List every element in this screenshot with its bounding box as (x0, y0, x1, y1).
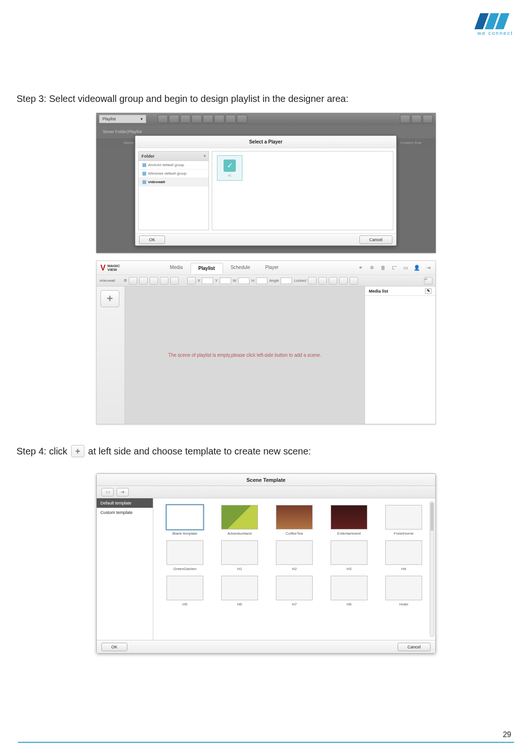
magicview-logo: V MAGICVIEW (100, 264, 120, 272)
player-area: ✓ v1 (212, 151, 393, 230)
toolbar-btn[interactable] (225, 115, 236, 123)
screenshot-designer: V MAGICVIEW Media Playlist Schedule Play… (96, 260, 436, 424)
ok-button[interactable]: OK (139, 235, 165, 244)
toolbar-btn[interactable] (411, 115, 422, 123)
tool-btn[interactable] (170, 277, 179, 285)
canvas-empty: The scene of playlist is empty,please cl… (125, 286, 365, 424)
template-item[interactable]: H1 (213, 538, 266, 573)
template-grid: Blank template Adventureland CoffeeTea E… (153, 498, 435, 640)
scrollbar[interactable] (430, 501, 434, 637)
cancel-button[interactable]: Cancel (398, 643, 431, 651)
ok-button[interactable]: OK (101, 643, 127, 651)
toolbar-btn[interactable] (180, 115, 191, 123)
template-item[interactable]: H8 (322, 574, 376, 608)
angle-field[interactable] (281, 277, 292, 284)
tool-btn[interactable] (139, 277, 148, 285)
gear-icon[interactable]: ⚙ (124, 278, 127, 283)
add-scene-button[interactable]: + (100, 290, 119, 307)
template-item[interactable]: GreenGarden (158, 538, 212, 573)
group-icon (142, 163, 146, 167)
tab-schedule[interactable]: Schedule (223, 262, 258, 273)
toolbar-btn[interactable] (400, 115, 410, 123)
designer-toolbar: videowall ⚙ X Y W H Angle Locked ↶ (97, 275, 435, 286)
group-icon (142, 172, 146, 176)
media-list-label: Media list (369, 289, 388, 294)
step4-post: at left side and choose template to crea… (88, 446, 311, 457)
template-item[interactable]: Hotel (377, 574, 431, 608)
nav-tabs: Media Playlist Schedule Player (162, 262, 286, 273)
template-item[interactable]: Blank template (158, 503, 212, 538)
step3-text: Step 3: Select videowall group and begin… (17, 93, 515, 104)
dialog-title: Scene Template (97, 474, 435, 486)
cat-default[interactable]: Default template (97, 498, 153, 508)
tab-player[interactable]: Player (258, 262, 286, 273)
page-footer-rule (18, 742, 514, 743)
gear-icon[interactable]: ✲ (368, 265, 375, 271)
toolbar-btn[interactable] (203, 115, 213, 123)
chart-icon[interactable]: ⫍ (391, 265, 398, 271)
tab-playlist[interactable]: Playlist (191, 263, 223, 274)
dialog-title: Select a Player (135, 136, 396, 148)
group-label: videowall (100, 278, 115, 283)
tool-btn[interactable] (308, 277, 316, 285)
s1-toolbar: Playlist▾ (96, 113, 436, 125)
template-item[interactable]: H4 (377, 538, 431, 573)
tool-btn[interactable] (339, 277, 348, 285)
template-item[interactable]: FreshHome (377, 503, 431, 538)
tool-btn[interactable] (187, 277, 196, 285)
template-item[interactable]: H3 (322, 538, 376, 573)
toolbar-btn[interactable] (214, 115, 224, 123)
tool-btn[interactable] (349, 277, 358, 285)
player-label: v1 (228, 174, 231, 177)
tool-btn[interactable]: ▭ (101, 488, 114, 496)
tool-btn[interactable] (160, 277, 168, 285)
playlist-dropdown[interactable]: Playlist▾ (99, 115, 146, 123)
screenshot-select-player: Playlist▾ Sever Folder | Playlist (96, 113, 436, 253)
tool-btn[interactable] (329, 277, 337, 285)
cancel-button[interactable]: Cancel (359, 235, 392, 244)
chevron-down-icon: ▾ (204, 154, 206, 158)
template-item[interactable]: H5 (158, 574, 212, 608)
template-item[interactable]: Entertainment (322, 503, 376, 538)
h-field[interactable] (256, 277, 267, 284)
tool-btn[interactable] (318, 277, 327, 285)
template-categories: Default template Custom template (97, 498, 153, 640)
folder-item[interactable]: Android default group (139, 161, 208, 169)
user-icon[interactable]: 👤 (414, 265, 420, 271)
link-icon[interactable]: ⚭ (357, 265, 364, 271)
edit-icon[interactable]: ✎ (425, 288, 432, 294)
folder-item-selected[interactable]: videowall (139, 178, 208, 186)
cat-custom[interactable]: Custom template (97, 508, 153, 517)
toolbar-btn[interactable] (237, 115, 247, 123)
template-item[interactable]: H2 (267, 538, 321, 573)
undo-btn[interactable]: ↶ (424, 277, 432, 285)
tool-btn[interactable] (129, 277, 137, 285)
template-item[interactable]: H6 (213, 574, 266, 608)
template-item[interactable]: Adventureland (213, 503, 266, 538)
tab-media[interactable]: Media (162, 262, 190, 273)
toolbar-btn[interactable] (191, 115, 202, 123)
screenshot-scene-template: Scene Template ▭ ➔ Default template Cust… (96, 473, 436, 654)
trash-icon[interactable]: 🗑 (380, 265, 386, 271)
tool-btn[interactable]: ➔ (116, 488, 129, 496)
toolbar-btn[interactable] (169, 115, 179, 123)
toolbar-btn[interactable] (423, 115, 433, 123)
w-field[interactable] (238, 277, 249, 284)
group-icon (142, 180, 146, 184)
logo-mark (474, 13, 516, 29)
folder-panel: Folder ▾ Android default group Windows d… (138, 151, 209, 230)
brand-logo: we connect (477, 13, 513, 36)
player-tile-selected[interactable]: ✓ v1 (217, 155, 242, 181)
template-item[interactable]: H7 (267, 574, 321, 608)
screen-icon[interactable]: ▭ (402, 265, 409, 271)
page-number: 29 (503, 731, 511, 739)
template-item[interactable]: CoffeeTea (267, 503, 321, 538)
toolbar-btn[interactable] (158, 115, 168, 123)
folder-item[interactable]: Windows default group (139, 169, 208, 178)
folder-header[interactable]: Folder ▾ (139, 151, 208, 161)
check-icon: ✓ (224, 160, 236, 172)
y-field[interactable] (220, 277, 231, 284)
tool-btn[interactable] (150, 277, 158, 285)
exit-icon[interactable]: ⇥ (425, 265, 432, 271)
x-field[interactable] (202, 277, 213, 284)
